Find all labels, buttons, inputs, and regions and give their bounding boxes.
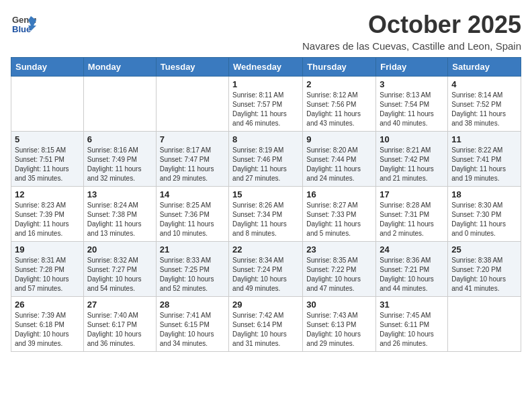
calendar-week-0: 1Sunrise: 8:11 AM Sunset: 7:57 PM Daylig… (11, 77, 521, 132)
day-info: Sunrise: 8:21 AM Sunset: 7:42 PM Dayligh… (380, 146, 444, 183)
header-saturday: Saturday (448, 58, 521, 77)
calendar-cell: 2Sunrise: 8:12 AM Sunset: 7:56 PM Daylig… (303, 77, 376, 132)
calendar-cell: 26Sunrise: 7:39 AM Sunset: 6:18 PM Dayli… (11, 297, 84, 352)
day-info: Sunrise: 8:13 AM Sunset: 7:54 PM Dayligh… (380, 91, 444, 128)
logo: General Blue (11, 11, 39, 36)
day-info: Sunrise: 8:35 AM Sunset: 7:22 PM Dayligh… (306, 256, 372, 293)
calendar-cell: 16Sunrise: 8:27 AM Sunset: 7:33 PM Dayli… (303, 187, 376, 242)
day-info: Sunrise: 8:24 AM Sunset: 7:38 PM Dayligh… (87, 201, 152, 238)
day-info: Sunrise: 7:42 AM Sunset: 6:14 PM Dayligh… (232, 311, 299, 349)
day-number: 22 (232, 244, 299, 255)
day-number: 11 (451, 134, 517, 144)
calendar-cell: 19Sunrise: 8:31 AM Sunset: 7:28 PM Dayli… (11, 242, 84, 297)
day-number: 21 (160, 244, 225, 255)
calendar-cell (83, 77, 156, 132)
day-info: Sunrise: 7:41 AM Sunset: 6:15 PM Dayligh… (160, 311, 225, 349)
header-thursday: Thursday (303, 58, 376, 77)
day-info: Sunrise: 8:36 AM Sunset: 7:21 PM Dayligh… (380, 256, 444, 293)
calendar-cell: 30Sunrise: 7:43 AM Sunset: 6:13 PM Dayli… (303, 297, 376, 352)
day-info: Sunrise: 8:15 AM Sunset: 7:51 PM Dayligh… (15, 146, 80, 183)
day-info: Sunrise: 8:23 AM Sunset: 7:39 PM Dayligh… (15, 201, 80, 238)
day-number: 26 (15, 300, 80, 310)
day-number: 9 (306, 134, 372, 144)
day-number: 25 (451, 244, 517, 255)
calendar-cell: 29Sunrise: 7:42 AM Sunset: 6:14 PM Dayli… (229, 297, 303, 352)
calendar-cell: 20Sunrise: 8:32 AM Sunset: 7:27 PM Dayli… (83, 242, 156, 297)
day-info: Sunrise: 8:20 AM Sunset: 7:44 PM Dayligh… (306, 146, 372, 183)
calendar-header-row: Sunday Monday Tuesday Wednesday Thursday… (11, 58, 521, 77)
day-info: Sunrise: 7:45 AM Sunset: 6:11 PM Dayligh… (380, 311, 444, 349)
calendar-cell: 11Sunrise: 8:22 AM Sunset: 7:41 PM Dayli… (448, 132, 521, 187)
day-number: 30 (306, 300, 372, 310)
day-number: 5 (15, 134, 80, 144)
day-number: 23 (306, 244, 372, 255)
day-info: Sunrise: 7:40 AM Sunset: 6:17 PM Dayligh… (87, 311, 152, 349)
calendar-cell: 22Sunrise: 8:34 AM Sunset: 7:24 PM Dayli… (229, 242, 303, 297)
day-number: 17 (380, 189, 444, 199)
day-number: 16 (306, 189, 372, 199)
calendar-cell: 14Sunrise: 8:25 AM Sunset: 7:36 PM Dayli… (156, 187, 228, 242)
day-number: 10 (380, 134, 444, 144)
header-wednesday: Wednesday (229, 58, 303, 77)
calendar-cell: 7Sunrise: 8:17 AM Sunset: 7:47 PM Daylig… (156, 132, 228, 187)
day-info: Sunrise: 8:19 AM Sunset: 7:46 PM Dayligh… (232, 146, 299, 183)
day-info: Sunrise: 8:17 AM Sunset: 7:47 PM Dayligh… (160, 146, 225, 183)
day-number: 31 (380, 300, 444, 310)
day-info: Sunrise: 8:14 AM Sunset: 7:52 PM Dayligh… (451, 91, 517, 128)
day-number: 8 (232, 134, 299, 144)
calendar-week-4: 26Sunrise: 7:39 AM Sunset: 6:18 PM Dayli… (11, 297, 521, 352)
title-block: October 2025 Navares de las Cuevas, Cast… (302, 11, 521, 52)
logo-icon: General Blue (11, 11, 36, 36)
calendar-week-1: 5Sunrise: 8:15 AM Sunset: 7:51 PM Daylig… (11, 132, 521, 187)
day-info: Sunrise: 8:27 AM Sunset: 7:33 PM Dayligh… (306, 201, 372, 238)
day-number: 3 (380, 79, 444, 89)
day-number: 28 (160, 300, 225, 310)
day-number: 1 (232, 79, 299, 89)
calendar-week-3: 19Sunrise: 8:31 AM Sunset: 7:28 PM Dayli… (11, 242, 521, 297)
day-number: 27 (87, 300, 152, 310)
calendar-cell: 4Sunrise: 8:14 AM Sunset: 7:52 PM Daylig… (448, 77, 521, 132)
day-number: 12 (15, 189, 80, 199)
day-info: Sunrise: 8:32 AM Sunset: 7:27 PM Dayligh… (87, 256, 152, 293)
calendar-cell: 25Sunrise: 8:38 AM Sunset: 7:20 PM Dayli… (448, 242, 521, 297)
day-number: 18 (451, 189, 517, 199)
day-number: 24 (380, 244, 444, 255)
day-info: Sunrise: 7:43 AM Sunset: 6:13 PM Dayligh… (306, 311, 372, 349)
header-friday: Friday (376, 58, 448, 77)
location-subtitle: Navares de las Cuevas, Castille and Leon… (302, 40, 521, 52)
day-info: Sunrise: 8:11 AM Sunset: 7:57 PM Dayligh… (232, 91, 299, 128)
day-info: Sunrise: 7:39 AM Sunset: 6:18 PM Dayligh… (15, 311, 80, 349)
day-info: Sunrise: 8:30 AM Sunset: 7:30 PM Dayligh… (451, 201, 517, 238)
calendar-cell: 13Sunrise: 8:24 AM Sunset: 7:38 PM Dayli… (83, 187, 156, 242)
day-number: 20 (87, 244, 152, 255)
day-number: 14 (160, 189, 225, 199)
day-info: Sunrise: 8:31 AM Sunset: 7:28 PM Dayligh… (15, 256, 80, 293)
calendar-cell: 5Sunrise: 8:15 AM Sunset: 7:51 PM Daylig… (11, 132, 84, 187)
calendar-cell: 9Sunrise: 8:20 AM Sunset: 7:44 PM Daylig… (303, 132, 376, 187)
svg-text:Blue: Blue (12, 24, 31, 34)
day-info: Sunrise: 8:26 AM Sunset: 7:34 PM Dayligh… (232, 201, 299, 238)
calendar-cell: 6Sunrise: 8:16 AM Sunset: 7:49 PM Daylig… (83, 132, 156, 187)
page-header: General Blue October 2025 Navares de las… (11, 11, 521, 52)
day-number: 29 (232, 300, 299, 310)
day-number: 15 (232, 189, 299, 199)
calendar-cell: 23Sunrise: 8:35 AM Sunset: 7:22 PM Dayli… (303, 242, 376, 297)
calendar-week-2: 12Sunrise: 8:23 AM Sunset: 7:39 PM Dayli… (11, 187, 521, 242)
header-sunday: Sunday (11, 58, 84, 77)
calendar-cell: 8Sunrise: 8:19 AM Sunset: 7:46 PM Daylig… (229, 132, 303, 187)
day-number: 4 (451, 79, 517, 89)
day-number: 19 (15, 244, 80, 255)
day-info: Sunrise: 8:22 AM Sunset: 7:41 PM Dayligh… (451, 146, 517, 183)
day-info: Sunrise: 8:25 AM Sunset: 7:36 PM Dayligh… (160, 201, 225, 238)
calendar-cell: 18Sunrise: 8:30 AM Sunset: 7:30 PM Dayli… (448, 187, 521, 242)
calendar-cell: 17Sunrise: 8:28 AM Sunset: 7:31 PM Dayli… (376, 187, 448, 242)
calendar-table: Sunday Monday Tuesday Wednesday Thursday… (11, 57, 521, 352)
calendar-cell: 24Sunrise: 8:36 AM Sunset: 7:21 PM Dayli… (376, 242, 448, 297)
day-number: 7 (160, 134, 225, 144)
calendar-cell: 1Sunrise: 8:11 AM Sunset: 7:57 PM Daylig… (229, 77, 303, 132)
calendar-cell: 10Sunrise: 8:21 AM Sunset: 7:42 PM Dayli… (376, 132, 448, 187)
day-number: 2 (306, 79, 372, 89)
day-info: Sunrise: 8:33 AM Sunset: 7:25 PM Dayligh… (160, 256, 225, 293)
calendar-cell (156, 77, 228, 132)
calendar-cell: 21Sunrise: 8:33 AM Sunset: 7:25 PM Dayli… (156, 242, 228, 297)
